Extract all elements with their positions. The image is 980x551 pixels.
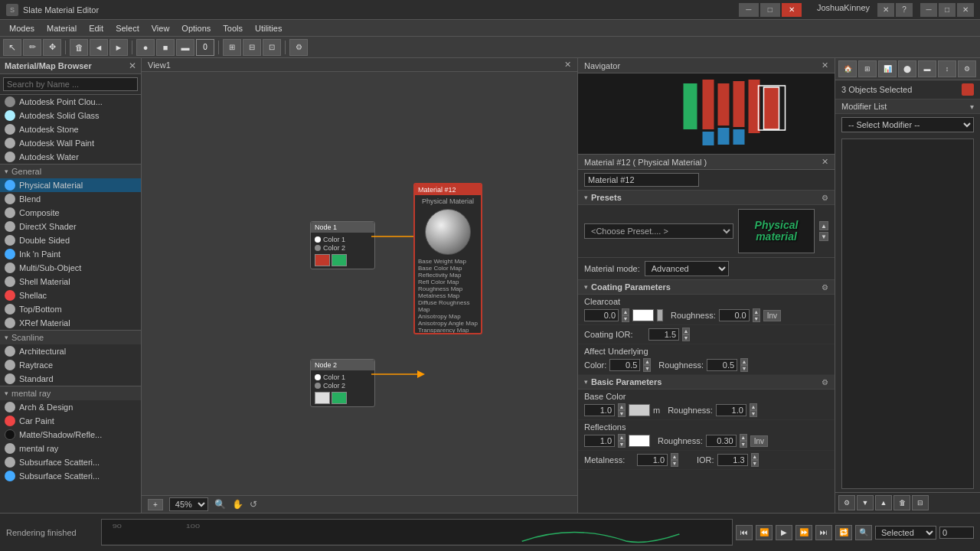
minimize-button[interactable]: ─: [739, 3, 759, 17]
menu-edit[interactable]: Edit: [83, 22, 109, 34]
skip-end-button[interactable]: ⏭: [815, 525, 832, 540]
tool-options[interactable]: ⚙: [289, 39, 308, 56]
prev-frame-button[interactable]: ⏪: [756, 525, 773, 540]
preset-select[interactable]: <Choose Preset.... >: [584, 223, 733, 239]
curve-view[interactable]: 90 100: [101, 519, 733, 546]
second-maximize[interactable]: □: [939, 3, 956, 17]
fr-bottom-1[interactable]: ⚙: [838, 495, 855, 510]
refl-color-swatch[interactable]: [629, 435, 650, 447]
refl-value-input[interactable]: [584, 435, 615, 447]
menu-view[interactable]: View: [145, 22, 176, 34]
refl-roughness-down[interactable]: ▼: [740, 441, 747, 448]
presets-section-header[interactable]: ▾ Presets ⚙: [578, 191, 835, 205]
section-mentalray[interactable]: ▾ mental ray: [0, 386, 141, 400]
fr-tool-7[interactable]: ⚙: [958, 60, 976, 77]
zoom-select[interactable]: 45%: [169, 497, 208, 511]
clearcoat-value-input[interactable]: [584, 309, 619, 321]
section-scanline[interactable]: ▾ Scanline: [0, 330, 141, 344]
list-item[interactable]: Matte/Shadow/Refle...: [0, 428, 141, 442]
ior-input[interactable]: [648, 328, 679, 341]
list-item-physical[interactable]: Physical Material: [0, 178, 141, 192]
fr-bottom-3[interactable]: ▲: [875, 495, 892, 510]
tool-get[interactable]: ►: [109, 39, 128, 56]
fr-tool-2[interactable]: ⊞: [858, 60, 877, 77]
menu-options[interactable]: Options: [175, 22, 217, 34]
tool-select[interactable]: ↖: [3, 39, 21, 56]
list-item[interactable]: Raytrace: [0, 358, 141, 372]
list-item[interactable]: Autodesk Point Clou...: [0, 95, 141, 109]
color-value-input[interactable]: [609, 359, 640, 371]
list-item-shellac[interactable]: Shellac: [0, 289, 141, 302]
search-input[interactable]: [3, 77, 138, 91]
viewport-area[interactable]: Node 1 Color 1 Color 2: [142, 72, 577, 495]
tool-assign[interactable]: ◄: [90, 39, 108, 56]
preview-node[interactable]: Material #12 Physical Material Base Weig…: [413, 183, 482, 334]
fr-tool-1[interactable]: 🏠: [838, 60, 857, 77]
list-item-carpaint[interactable]: Car Paint: [0, 414, 141, 428]
tool-num[interactable]: 0: [196, 39, 214, 56]
roughness2-up-button[interactable]: ▲: [740, 358, 748, 365]
roughness-down-button[interactable]: ▼: [753, 315, 760, 322]
navigator-close-button[interactable]: ✕: [822, 60, 828, 70]
refl-roughness-input[interactable]: [706, 435, 737, 447]
clearcoat-map-button[interactable]: [657, 309, 663, 321]
list-item[interactable]: Arch & Design: [0, 400, 141, 414]
list-item[interactable]: Top/Bottom: [0, 302, 141, 316]
second-close[interactable]: ✕: [877, 3, 894, 17]
add-node-button[interactable]: +: [148, 499, 163, 510]
tool-pencil[interactable]: ✏: [23, 39, 41, 56]
list-item[interactable]: Blend: [0, 192, 141, 206]
metalness-input[interactable]: [637, 454, 668, 466]
list-item[interactable]: Ink 'n Paint: [0, 247, 141, 261]
list-item[interactable]: Autodesk Wall Paint: [0, 136, 141, 150]
metalness-up[interactable]: ▲: [671, 453, 678, 460]
fr-tool-6[interactable]: ↕: [938, 60, 956, 77]
list-item[interactable]: DirectX Shader: [0, 220, 141, 233]
next-frame-button[interactable]: ⏩: [795, 525, 812, 540]
list-item[interactable]: Subsurface Scatteri...: [0, 455, 141, 469]
fr-tool-5[interactable]: ▬: [918, 60, 936, 77]
menu-tools[interactable]: Tools: [217, 22, 249, 34]
viewport-close-icon[interactable]: ✕: [564, 60, 571, 70]
roughness-up-button[interactable]: ▲: [753, 308, 760, 315]
clearcoat-down-button[interactable]: ▼: [622, 315, 629, 322]
base-roughness-up[interactable]: ▲: [750, 403, 757, 410]
maximize-button[interactable]: □: [760, 3, 780, 17]
mat-props-close-button[interactable]: ✕: [822, 157, 828, 167]
menu-select[interactable]: Select: [109, 22, 145, 34]
panel-close-icon[interactable]: ✕: [129, 60, 136, 71]
tool-box[interactable]: ■: [156, 39, 175, 56]
base-roughness-down[interactable]: ▼: [750, 410, 757, 417]
refl-roughness-up[interactable]: ▲: [740, 434, 747, 441]
menu-utilities[interactable]: Utilities: [249, 22, 288, 34]
node-2[interactable]: Node 2 Color 1 Color 2: [310, 359, 375, 407]
refl-down-button[interactable]: ▼: [618, 441, 626, 448]
coating-section-header[interactable]: ▾ Coating Parameters ⚙: [578, 280, 835, 295]
close-button[interactable]: ✕: [782, 3, 802, 17]
clearcoat-up-button[interactable]: ▲: [622, 308, 629, 315]
list-item[interactable]: XRef Material: [0, 316, 141, 330]
color-up-button[interactable]: ▲: [643, 358, 651, 365]
loop-button[interactable]: 🔁: [835, 525, 852, 540]
navigator-preview[interactable]: [578, 73, 835, 154]
list-item[interactable]: Subsurface Scatteri...: [0, 469, 141, 483]
mode-select[interactable]: Advanced: [645, 261, 729, 276]
fr-bottom-2[interactable]: ▼: [857, 495, 874, 510]
menu-modes[interactable]: Modes: [3, 22, 41, 34]
tool-compact[interactable]: ⊡: [263, 39, 281, 56]
section-general[interactable]: ▾ General: [0, 164, 141, 178]
roughness-inv-button[interactable]: Inv: [763, 310, 781, 321]
preset-up-button[interactable]: ▲: [819, 221, 828, 230]
ior-down-button[interactable]: ▼: [682, 334, 690, 341]
tool-move[interactable]: ✥: [43, 39, 61, 56]
list-item-shellmat[interactable]: Shell Material: [0, 275, 141, 289]
metalness-down[interactable]: ▼: [671, 460, 678, 467]
list-item[interactable]: mental ray: [0, 442, 141, 455]
list-item-doublesided[interactable]: Double Sided: [0, 233, 141, 247]
preset-down-button[interactable]: ▼: [819, 232, 828, 241]
ior2-up[interactable]: ▲: [751, 453, 759, 460]
refl-up-button[interactable]: ▲: [618, 434, 626, 441]
second-close2[interactable]: ✕: [957, 3, 974, 17]
tool-sphere[interactable]: ●: [136, 39, 155, 56]
list-item[interactable]: Standard: [0, 372, 141, 386]
